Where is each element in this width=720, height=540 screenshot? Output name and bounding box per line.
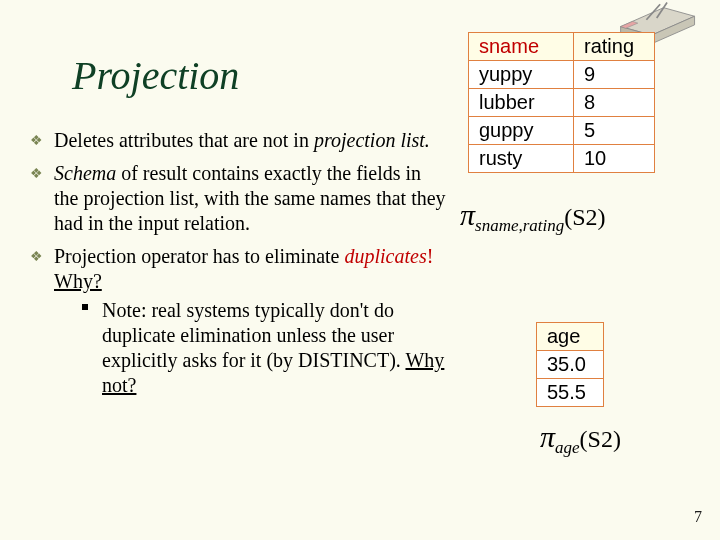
bullet-1-italic: projection list. bbox=[314, 129, 430, 151]
cell: 8 bbox=[574, 89, 655, 117]
bullet-2-italic: Schema bbox=[54, 162, 116, 184]
diamond-bullet-icon: ❖ bbox=[30, 248, 43, 266]
bullet-3-why: Why? bbox=[54, 270, 102, 292]
slide-body: ❖ Deletes attributes that are not in pro… bbox=[30, 128, 450, 406]
cell: 10 bbox=[574, 145, 655, 173]
diamond-bullet-icon: ❖ bbox=[30, 165, 43, 183]
bullet-3-bang: ! bbox=[427, 245, 434, 267]
bullet-1: ❖ Deletes attributes that are not in pro… bbox=[30, 128, 450, 153]
col-header-age: age bbox=[537, 323, 604, 351]
bullet-2: ❖ Schema of result contains exactly the … bbox=[30, 161, 450, 236]
diamond-bullet-icon: ❖ bbox=[30, 132, 43, 150]
col-header-rating: rating bbox=[574, 33, 655, 61]
cell: rusty bbox=[469, 145, 574, 173]
pi-symbol: π bbox=[540, 420, 555, 453]
page-number: 7 bbox=[694, 508, 702, 526]
pi-symbol: π bbox=[460, 198, 475, 231]
table-row: rusty10 bbox=[469, 145, 655, 173]
bullet-3-duplicates: duplicates bbox=[344, 245, 426, 267]
table-header-row: age bbox=[537, 323, 604, 351]
table-row: 55.5 bbox=[537, 379, 604, 407]
col-header-sname: sname bbox=[469, 33, 574, 61]
cell: lubber bbox=[469, 89, 574, 117]
pi-subscript: sname,rating bbox=[475, 216, 564, 235]
table-row: 35.0 bbox=[537, 351, 604, 379]
cell: 9 bbox=[574, 61, 655, 89]
pi-arg: (S2) bbox=[564, 204, 605, 230]
pi-arg: (S2) bbox=[580, 426, 621, 452]
bullet-3-sub-text: Note: real systems typically don't do du… bbox=[102, 299, 405, 371]
bullet-1-text-pre: Deletes attributes that are not in bbox=[54, 129, 314, 151]
slide-title: Projection bbox=[72, 52, 239, 99]
table-row: yuppy9 bbox=[469, 61, 655, 89]
table-row: guppy5 bbox=[469, 117, 655, 145]
result-table-age: age 35.0 55.5 bbox=[536, 322, 604, 407]
cell: guppy bbox=[469, 117, 574, 145]
slide: Projection ❖ Deletes attributes that are… bbox=[0, 0, 720, 540]
table-header-row: sname rating bbox=[469, 33, 655, 61]
bullet-3-text-pre: Projection operator has to eliminate bbox=[54, 245, 344, 267]
bullet-3-sub: Note: real systems typically don't do du… bbox=[54, 298, 450, 398]
result-table-sname-rating: sname rating yuppy9 lubber8 guppy5 rusty… bbox=[468, 32, 655, 173]
square-bullet-icon bbox=[82, 304, 88, 310]
cell: 55.5 bbox=[537, 379, 604, 407]
pi-subscript: age bbox=[555, 438, 580, 457]
cell: 35.0 bbox=[537, 351, 604, 379]
table-row: lubber8 bbox=[469, 89, 655, 117]
projection-formula-sname-rating: πsname,rating(S2) bbox=[460, 198, 606, 232]
projection-formula-age: πage(S2) bbox=[540, 420, 621, 454]
bullet-3: ❖ Projection operator has to eliminate d… bbox=[30, 244, 450, 398]
cell: 5 bbox=[574, 117, 655, 145]
cell: yuppy bbox=[469, 61, 574, 89]
